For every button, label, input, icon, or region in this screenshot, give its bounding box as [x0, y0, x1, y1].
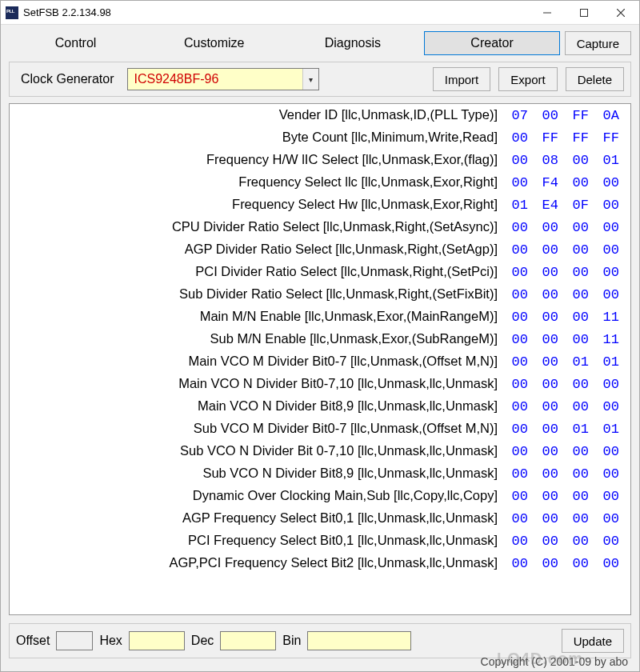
parameter-label: AGP Frequency Select Bit0,1 [llc,Unmask,…	[14, 510, 506, 526]
hex-byte: 00	[566, 310, 589, 325]
hex-byte: 00	[506, 332, 528, 347]
client-area: Control Customize Diagnosis Creator Capt…	[1, 25, 639, 671]
parameter-label: Main VCO N Divider Bit8,9 [llc,Unmask,ll…	[14, 398, 506, 414]
list-item[interactable]: Byte Count [llc,Minimum,Write,Read]00FFF…	[14, 130, 626, 152]
list-item[interactable]: Sub Divider Ratio Select [llc,Unmask,Rig…	[14, 286, 626, 309]
tab-control[interactable]: Control	[9, 31, 142, 55]
hex-byte: 00	[597, 556, 619, 571]
list-item[interactable]: Main VCO N Divider Bit8,9 [llc,Unmask,ll…	[14, 398, 626, 421]
list-item[interactable]: Frequency Select Hw [llc,Unmask,Exor,Rig…	[14, 197, 626, 219]
hex-byte: 00	[597, 399, 619, 414]
hex-byte: 00	[506, 242, 528, 258]
hex-byte: 01	[566, 422, 589, 437]
hex-byte: 01	[597, 153, 619, 168]
hex-label: Hex	[99, 634, 122, 648]
parameter-label: Sub VCO M Divider Bit0-7 [llc,Unmask,(Of…	[14, 421, 506, 436]
export-button[interactable]: Export	[498, 67, 557, 91]
hex-byte: 00	[506, 265, 528, 280]
hex-byte: F4	[536, 175, 558, 190]
maximize-icon	[580, 9, 588, 17]
list-item[interactable]: Sub M/N Enable [llc,Unmask,Exor,(SubRang…	[14, 331, 626, 354]
list-item[interactable]: CPU Divider Ratio Select [llc,Unmask,Rig…	[14, 219, 626, 242]
bin-input[interactable]	[307, 631, 411, 650]
hex-byte: 00	[506, 377, 528, 392]
svg-rect-0	[581, 9, 588, 16]
list-item[interactable]: Frequency Select llc [llc,Unmask,Exor,Ri…	[14, 174, 626, 197]
list-item[interactable]: Main M/N Enable [llc,Unmask,Exor,(MainRa…	[14, 309, 626, 331]
clock-generator-dropdown[interactable]: ICS9248BF-96 ▾	[127, 68, 319, 90]
bin-label: Bin	[282, 634, 301, 648]
hex-byte: 00	[506, 130, 528, 146]
import-button[interactable]: Import	[433, 67, 491, 91]
list-item[interactable]: Vender ID [llc,Unmask,ID,(PLL Type)]0700…	[14, 107, 626, 130]
hex-byte: 00	[506, 511, 528, 526]
clock-generator-row: Clock Generator ICS9248BF-96 ▾ Import Ex…	[9, 62, 631, 97]
list-item[interactable]: Dynamic Over Clocking Main,Sub [llc,Copy…	[14, 488, 626, 510]
capture-button[interactable]: Capture	[565, 31, 631, 55]
parameter-label: AGP Divider Ratio Select [llc,Unmask,Rig…	[14, 242, 506, 257]
list-item[interactable]: PCI Divider Ratio Select [llc,Unmask,Rig…	[14, 264, 626, 286]
hex-byte: 00	[506, 444, 528, 459]
hex-values: 00000011	[506, 310, 626, 325]
tab-customize[interactable]: Customize	[147, 31, 281, 55]
hex-values: 00000000	[506, 534, 626, 549]
delete-button[interactable]: Delete	[566, 67, 624, 91]
hex-byte: 00	[506, 399, 528, 414]
parameter-label: Sub VCO N Divider Bit 0-7,10 [llc,Unmask…	[14, 443, 506, 458]
hex-values: 00000000	[506, 444, 626, 459]
titlebar: SetFSB 2.2.134.98	[1, 1, 639, 25]
hex-byte: 00	[536, 287, 558, 302]
list-item[interactable]: Main VCO M Divider Bit0-7 [llc,Unmask,(O…	[14, 354, 626, 376]
hex-byte: 00	[536, 354, 558, 370]
hex-byte: 00	[536, 242, 558, 258]
offset-label: Offset	[16, 634, 50, 648]
hex-byte: 00	[536, 332, 558, 347]
hex-byte: 00	[506, 220, 528, 235]
list-item[interactable]: AGP Frequency Select Bit0,1 [llc,Unmask,…	[14, 510, 626, 533]
hex-byte: 00	[536, 220, 558, 235]
hex-byte: 00	[597, 198, 619, 213]
tab-row: Control Customize Diagnosis Creator Capt…	[9, 31, 631, 55]
hex-values: 00000101	[506, 354, 626, 370]
hex-byte: 00	[536, 377, 558, 392]
hex-byte: 00	[536, 265, 558, 280]
hex-byte: 00	[506, 466, 528, 482]
hex-byte: 00	[536, 466, 558, 482]
window-title: SetFSB 2.2.134.98	[23, 6, 111, 18]
hex-values: 01E40F00	[506, 198, 626, 213]
list-item[interactable]: PCI Frequency Select Bit0,1 [llc,Unmask,…	[14, 533, 626, 555]
list-item[interactable]: Main VCO N Divider Bit0-7,10 [llc,Unmask…	[14, 376, 626, 398]
hex-byte: 11	[597, 332, 619, 347]
hex-byte: 11	[597, 310, 619, 325]
tab-diagnosis[interactable]: Diagnosis	[286, 31, 419, 55]
dec-label: Dec	[191, 634, 214, 648]
hex-byte: 00	[597, 265, 619, 280]
list-item[interactable]: AGP Divider Ratio Select [llc,Unmask,Rig…	[14, 242, 626, 264]
tab-creator[interactable]: Creator	[424, 31, 559, 55]
list-item[interactable]: Sub VCO N Divider Bit 0-7,10 [llc,Unmask…	[14, 443, 626, 466]
offset-input[interactable]	[56, 631, 93, 650]
watermark: LO4D.com	[497, 650, 583, 668]
hex-byte: 00	[566, 489, 589, 504]
hex-byte: 00	[536, 489, 558, 504]
hex-values: 00F40000	[506, 175, 626, 190]
list-item[interactable]: Frequency H/W lIC Select [llc,Unmask,Exo…	[14, 152, 626, 174]
maximize-button[interactable]	[566, 1, 602, 25]
hex-input[interactable]	[129, 631, 185, 650]
hex-byte: 00	[506, 422, 528, 437]
parameter-label: Vender ID [llc,Unmask,ID,(PLL Type)]	[14, 107, 506, 122]
close-button[interactable]	[602, 1, 639, 25]
hex-values: 00000011	[506, 332, 626, 347]
list-item[interactable]: Sub VCO N Divider Bit8,9 [llc,Unmask,llc…	[14, 466, 626, 488]
list-item[interactable]: AGP,PCI Frequency Select Bit2 [llc,Unmas…	[14, 555, 626, 578]
hex-byte: 00	[536, 511, 558, 526]
list-item[interactable]: Sub VCO M Divider Bit0-7 [llc,Unmask,(Of…	[14, 421, 626, 443]
dec-input[interactable]	[220, 631, 276, 650]
hex-byte: 00	[566, 466, 589, 482]
register-list[interactable]: Vender ID [llc,Unmask,ID,(PLL Type)]0700…	[9, 103, 631, 615]
parameter-label: Main M/N Enable [llc,Unmask,Exor,(MainRa…	[14, 309, 506, 324]
hex-byte: E4	[536, 198, 558, 213]
minimize-button[interactable]	[529, 1, 566, 25]
hex-byte: 00	[597, 534, 619, 549]
hex-byte: 00	[566, 534, 589, 549]
